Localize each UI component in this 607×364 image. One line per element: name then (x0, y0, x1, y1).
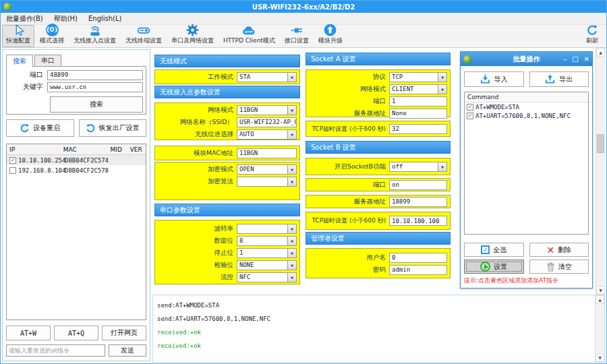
col-mid: MID (111, 146, 130, 153)
net-mode-select[interactable]: 11BGN▼ (237, 105, 297, 115)
baud-label: 波特率 (158, 224, 237, 233)
socket-a-netmode-label: 网络模式 (309, 85, 389, 94)
socket-a-port-input[interactable]: 1 (389, 96, 447, 107)
minimize-icon[interactable]: – (563, 55, 567, 63)
import-icon (480, 74, 490, 84)
username-input[interactable]: 0 (389, 253, 447, 263)
at-w-button[interactable]: AT+W (6, 326, 51, 340)
panel-scrollbar[interactable]: ▲ ▼ (596, 48, 605, 295)
tab-search[interactable]: 搜索 (6, 55, 33, 67)
socket-a-box: 协议 TCP▼ 网络模式 CLIENT▼ 端口 1 服务器地址 None (306, 69, 451, 117)
menu-help[interactable]: 帮助(H) (49, 13, 83, 24)
databits-select[interactable]: 8▼ (237, 236, 297, 246)
enc-mode-select[interactable]: OPEN▼ (237, 164, 297, 175)
stopbits-select[interactable]: 1▼ (237, 248, 297, 258)
baud-select[interactable]: ▼ (237, 224, 297, 234)
keyword-label: 关键字 (9, 82, 47, 92)
reboot-icon (20, 123, 30, 133)
flowctrl-select[interactable]: NFC▼ (237, 272, 297, 282)
log-scrollbar[interactable]: ▲ ▼ (595, 295, 604, 362)
chevron-down-icon: ▼ (287, 73, 296, 82)
factory-reset-button[interactable]: 恢复出厂设置 (79, 119, 147, 137)
app-window: USR-WIFI232-6xx/A2/B2/D2 批量操作(B) 帮助(H) E… (0, 0, 607, 364)
toolbar-interface-settings[interactable]: 接口设置 (281, 25, 313, 47)
toolbar-httpd-client-mode[interactable]: HTTP HTTPD Client模式 (219, 25, 279, 47)
search-button[interactable]: 搜索 (50, 96, 143, 113)
password-input[interactable]: admin (389, 265, 447, 275)
mode-circle-icon: {O} (46, 24, 59, 36)
maximize-icon[interactable]: □ (572, 55, 578, 63)
toolbar-module-upgrade[interactable]: 模块升级 (314, 25, 347, 47)
device-reboot-button[interactable]: 设备重启 (6, 119, 74, 137)
scroll-up-icon[interactable]: ▲ (596, 48, 605, 57)
toolbar-label: 无线终端设置 (125, 36, 162, 45)
module-mac-box: 模块MAC地址 11BGN (154, 146, 300, 160)
channel-select[interactable]: AUTO▼ (237, 129, 297, 140)
work-mode-select[interactable]: STA▼ (237, 72, 297, 82)
socket-b-port-input[interactable]: on (389, 180, 447, 190)
parity-select[interactable]: NONE▼ (237, 260, 297, 270)
batch-title-bar[interactable]: 批量操作 – □ ✕ (461, 52, 592, 66)
encryption-box: 加密模式 OPEN▼ 加密算法 ▼ (154, 162, 300, 200)
ssid-input[interactable]: USR-WIFI232-AP_C574 (237, 117, 297, 127)
export-button[interactable]: 导出 (529, 71, 589, 87)
chevron-down-icon: ▼ (287, 273, 296, 282)
menu-english[interactable]: English(L) (83, 13, 127, 24)
chevron-down-icon: ▼ (287, 224, 296, 233)
row-checkbox[interactable] (9, 167, 16, 174)
toolbar-wireless-ap-settings[interactable]: 无线接入点设置 (69, 25, 120, 47)
table-row[interactable]: 192.168.8.104 D8B04CF2C578 (7, 165, 146, 175)
close-icon[interactable]: ✕ (584, 55, 589, 63)
scrollbar-thumb[interactable] (597, 134, 604, 153)
send-button[interactable]: 发送 (109, 344, 146, 357)
chevron-down-icon: ▼ (438, 85, 446, 94)
section-header-wireless-mode: 无线模式 (154, 55, 300, 67)
tab-serial[interactable]: 串口 (34, 55, 61, 66)
checkbox-checked-icon: ✓ (481, 245, 490, 254)
socket-a-timeout-input[interactable]: 32 (389, 124, 447, 134)
open-webpage-button[interactable]: 打开网页 (102, 326, 146, 340)
table-row[interactable]: 10.10.100.254 D8B04CF2C574 (7, 155, 146, 165)
port-input[interactable]: 48899 (47, 70, 143, 80)
keyword-input[interactable]: www.usr.cn (47, 82, 143, 92)
toolbar-refresh[interactable]: 刷新 (582, 25, 602, 47)
log-line: received:+ok (157, 326, 591, 339)
socket-b-timeout-input[interactable]: 10.10.100.100 (389, 216, 447, 226)
delete-button[interactable]: ✕ 删除 (529, 243, 589, 257)
socket-b-server-input[interactable]: 18899 (389, 197, 447, 207)
toolbar-mode-select[interactable]: {O} 模式选择 (36, 25, 68, 47)
select-all-label: 全选 (493, 245, 507, 255)
socket-b-enable-select[interactable]: off▼ (389, 162, 447, 172)
import-button[interactable]: 导入 (464, 71, 524, 87)
toolbar-wireless-terminal-settings[interactable]: 无线终端设置 (121, 25, 166, 47)
toolbar-serial-network-settings[interactable]: 串口及网络设置 (167, 25, 218, 47)
row-checkbox[interactable] (9, 157, 16, 164)
log-area[interactable]: send:AT+WMODE=STA send:AT+UART=57600,8,1… (152, 295, 605, 363)
net-mode-value: 11BGN (239, 107, 258, 113)
socket-a-server-input[interactable]: None (389, 109, 447, 119)
scroll-down-icon[interactable]: ▼ (596, 286, 605, 295)
command-item[interactable]: AT+WMODE=STA (465, 102, 588, 111)
select-all-button[interactable]: ✓ 全选 (464, 243, 524, 257)
command-list-header: Command (465, 92, 588, 102)
set-button[interactable]: 设置 (464, 260, 524, 274)
chevron-down-icon: ▼ (287, 249, 296, 257)
socket-b-server-box: 服务器地址 18899 (306, 195, 451, 208)
batch-tip-text: 提示:点击黄色区域添加添加AT指令 (464, 276, 589, 285)
menu-batch-operation[interactable]: 批量操作(B) (1, 13, 49, 24)
toolbar-quick-config[interactable]: 快速配置 (2, 25, 34, 47)
command-item[interactable]: AT+UART=57600,8,1,NONE,NFC (465, 111, 588, 120)
clear-button[interactable]: 清空 (529, 260, 589, 274)
command-checkbox[interactable] (467, 104, 473, 111)
command-checkbox[interactable] (467, 113, 473, 119)
scroll-down-icon[interactable]: ▼ (596, 353, 604, 362)
at-q-button[interactable]: AT+Q (54, 326, 98, 340)
enc-algo-select[interactable]: ▼ (237, 177, 297, 187)
col-mac: MAC (63, 146, 111, 153)
scroll-up-icon[interactable]: ▲ (596, 295, 604, 304)
module-mac-input[interactable]: 11BGN (237, 148, 297, 158)
at-command-input[interactable] (6, 344, 105, 357)
socket-a-netmode-select[interactable]: CLIENT▼ (389, 84, 447, 94)
section-header-socket-a: Socket A 设置 (306, 53, 451, 65)
protocol-select[interactable]: TCP▼ (389, 72, 447, 82)
